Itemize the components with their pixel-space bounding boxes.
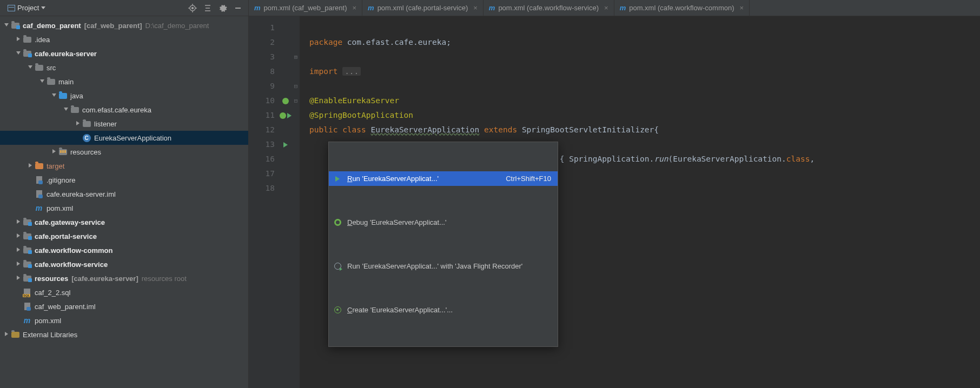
package-icon — [71, 107, 79, 113]
menu-item-create-config[interactable]: Create 'EurekaServerApplicat...'... — [329, 303, 558, 317]
expander-icon[interactable] — [15, 50, 22, 57]
tree-node-gateway[interactable]: cafe.gateway-service — [0, 215, 248, 229]
profiler-icon — [333, 263, 342, 270]
project-icon — [8, 5, 15, 11]
expander-icon[interactable] — [3, 22, 10, 29]
line-number: 18 — [249, 181, 275, 196]
tree-label: cafe.gateway-service — [35, 218, 105, 226]
settings-button[interactable] — [217, 2, 229, 14]
line-number-gutter: 1 2 3 8 9 10 11 12 13 16 17 18 — [249, 16, 279, 388]
tree-node-listener[interactable]: listener — [0, 117, 248, 131]
close-icon[interactable]: × — [352, 4, 356, 12]
chevron-down-icon — [41, 6, 45, 9]
maven-icon: m — [254, 4, 261, 11]
code-editor[interactable]: 1 2 3 8 9 10 11 12 13 16 17 18 — [249, 16, 980, 388]
folder-icon — [23, 37, 31, 43]
minimize-button[interactable] — [232, 2, 244, 14]
run-gutter-icon[interactable] — [279, 108, 292, 123]
expander-icon[interactable] — [51, 92, 57, 99]
tree-node-target[interactable]: target — [0, 159, 248, 173]
code-token: extends — [484, 125, 517, 134]
project-tree[interactable]: caf_demo_parent [caf_web_parent] D:\caf_… — [0, 16, 248, 388]
close-icon[interactable]: × — [473, 4, 478, 12]
editor-tab[interactable]: m pom.xml (caf_web_parent) × — [249, 0, 362, 16]
expander-icon[interactable] — [27, 64, 34, 71]
project-view-selector[interactable]: Project — [4, 3, 49, 13]
tree-node-resources[interactable]: resources — [0, 145, 248, 159]
menu-item-debug[interactable]: Debug 'EurekaServerApplicat...' — [329, 215, 558, 230]
code-token: @SpringBootApplication — [309, 111, 413, 119]
tree-node-app-class[interactable]: C EurekaServerApplication — [0, 131, 248, 145]
expander-icon[interactable] — [39, 78, 45, 85]
create-config-icon — [333, 306, 342, 313]
code-fold-placeholder[interactable]: ... — [342, 67, 361, 76]
tree-root[interactable]: caf_demo_parent [caf_web_parent] D:\caf_… — [0, 18, 248, 32]
expand-all-button[interactable] — [202, 2, 214, 14]
module-icon — [23, 276, 31, 282]
tree-node-iml-root[interactable]: caf_web_parent.iml — [0, 299, 248, 313]
tree-node-package[interactable]: com.efast.cafe.eureka — [0, 103, 248, 117]
expander-icon[interactable] — [15, 261, 22, 267]
tree-node-pom-root[interactable]: m pom.xml — [0, 313, 248, 327]
menu-item-run-jfr[interactable]: Run 'EurekaServerApplicat...' with 'Java… — [329, 259, 558, 273]
expander-icon[interactable] — [63, 106, 69, 113]
expander-icon[interactable] — [75, 121, 81, 127]
menu-item-run[interactable]: Run 'EurekaServerApplicat...' Ctrl+Shift… — [329, 171, 558, 186]
tree-label: cafe.eureka-server.iml — [47, 190, 116, 198]
tree-label: main — [58, 78, 74, 86]
tree-node-iml[interactable]: cafe.eureka-server.iml — [0, 187, 248, 201]
code-token: , — [810, 155, 815, 163]
tree-label: pom.xml — [35, 317, 61, 325]
expander-icon[interactable] — [15, 219, 22, 225]
run-gutter-icon[interactable] — [279, 137, 292, 152]
editor-tab[interactable]: m pom.xml (cafe.portal-service) × — [362, 0, 484, 16]
close-icon[interactable]: × — [740, 4, 744, 12]
tree-label: src — [47, 64, 56, 72]
tree-node-gitignore[interactable]: .gitignore — [0, 173, 248, 187]
module-icon — [23, 233, 31, 239]
expander-icon[interactable] — [51, 149, 57, 155]
fold-toggle-icon[interactable]: ⊟ — [292, 79, 300, 93]
tree-node-sql[interactable]: caf_2_2.sql — [0, 285, 248, 299]
expander-icon[interactable] — [15, 247, 22, 253]
editor-tab[interactable]: m pom.xml (cafe.workflow-common) × — [614, 0, 750, 16]
tree-node-src[interactable]: src — [0, 61, 248, 75]
tree-node-wf-common[interactable]: cafe.workflow-common — [0, 243, 248, 257]
expander-icon[interactable] — [27, 163, 34, 169]
tree-node-ext-libs[interactable]: External Libraries — [0, 327, 248, 342]
tree-node-res-module[interactable]: resources [cafe.eureka-server] resources… — [0, 271, 248, 285]
expander-icon[interactable] — [15, 275, 22, 282]
tree-node-eureka[interactable]: cafe.eureka-server — [0, 46, 248, 61]
spring-bean-gutter-icon[interactable] — [279, 93, 292, 108]
tab-label: pom.xml (cafe.portal-service) — [378, 4, 468, 12]
expander-icon[interactable] — [15, 36, 22, 43]
fold-column[interactable]: ⊞ ⊟ ⊟ — [292, 16, 300, 388]
run-context-menu: Run 'EurekaServerApplicat...' Ctrl+Shift… — [328, 142, 558, 347]
fold-toggle-icon[interactable]: ⊟ — [292, 93, 300, 108]
maven-icon: m — [489, 4, 495, 11]
code-content[interactable]: package com.efast.cafe.eureka; import ..… — [300, 16, 980, 388]
tree-node-idea[interactable]: .idea — [0, 32, 248, 46]
maven-icon: m — [620, 4, 626, 11]
editor-tab[interactable]: m pom.xml (cafe.workflow-service) × — [484, 0, 614, 16]
code-token: run — [654, 155, 668, 163]
fold-toggle-icon[interactable]: ⊞ — [292, 50, 300, 64]
tree-label: caf_web_parent.iml — [35, 303, 96, 311]
locate-button[interactable] — [187, 2, 198, 14]
tree-node-java[interactable]: java — [0, 89, 248, 103]
tree-node-main[interactable]: main — [0, 75, 248, 89]
expander-icon[interactable] — [15, 233, 22, 239]
tree-label: cafe.eureka-server — [35, 50, 97, 58]
tree-path: D:\caf_demo_parent — [145, 22, 209, 30]
tree-node-portal[interactable]: cafe.portal-service — [0, 229, 248, 243]
code-token: import — [309, 67, 337, 76]
project-title: Project — [17, 4, 39, 12]
tree-node-wf-service[interactable]: cafe.workflow-service — [0, 257, 248, 271]
menu-label: Debug 'EurekaServerApplicat...' — [347, 215, 551, 230]
menu-label: Run 'EurekaServerApplicat...' with 'Java… — [347, 259, 551, 273]
menu-label: Create 'EurekaServerApplicat...'... — [347, 303, 551, 317]
expander-icon[interactable] — [3, 331, 10, 338]
tree-node-pom[interactable]: m pom.xml — [0, 201, 248, 215]
tab-label: pom.xml (cafe.workflow-common) — [629, 4, 734, 12]
close-icon[interactable]: × — [604, 4, 608, 12]
